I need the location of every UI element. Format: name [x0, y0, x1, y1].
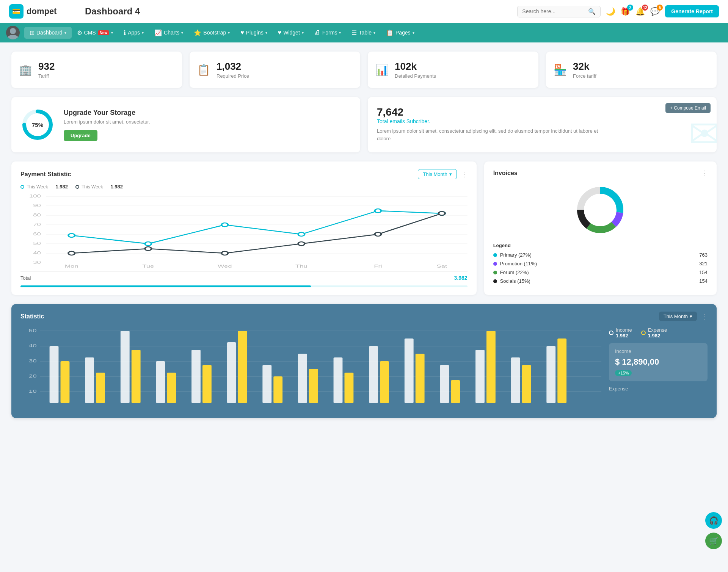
legend-dot-dark — [75, 185, 79, 189]
nav-label-widget: Widget — [283, 30, 300, 36]
apps-icon: ℹ — [124, 29, 126, 36]
sidebar-item-bootstrap[interactable]: ⭐ Bootstrap ▾ — [188, 27, 235, 39]
email-subtitle: Total emails Subcriber. — [377, 118, 708, 124]
expense-legend-item: Expense 1.982 — [641, 327, 667, 338]
invoices-more-icon[interactable]: ⋮ — [701, 169, 708, 177]
svg-point-34 — [298, 242, 304, 246]
chat-icon[interactable]: 💬 5 — [650, 7, 660, 16]
nav-label-forms: Forms — [322, 30, 337, 36]
svg-rect-73 — [416, 354, 425, 403]
income-box-label: Income — [615, 348, 701, 354]
svg-text:70: 70 — [33, 222, 41, 227]
storage-title: Upgrade Your Storage — [64, 109, 150, 117]
sidebar-item-dashboard[interactable]: ⊞ Dashboard ▾ — [24, 27, 72, 39]
sidebar-item-table[interactable]: ☰ Table ▾ — [346, 27, 380, 39]
force-tariff-value: 32k — [573, 61, 596, 72]
svg-rect-58 — [156, 361, 165, 403]
sidebar-item-cms[interactable]: ⚙ CMS New ▾ — [72, 27, 119, 39]
svg-rect-52 — [50, 346, 59, 403]
moon-icon[interactable]: 🌙 — [606, 7, 615, 16]
svg-rect-78 — [511, 357, 520, 403]
svg-rect-56 — [121, 331, 130, 403]
svg-text:80: 80 — [33, 213, 41, 217]
svg-point-25 — [68, 234, 75, 237]
main-content: 🏢 932 Tariff 📋 1,032 Required Price 📊 10… — [0, 42, 728, 427]
tariff-icon: 🏢 — [19, 64, 32, 76]
logo-text: dompet — [27, 6, 56, 16]
svg-point-27 — [221, 223, 228, 227]
svg-text:Mon: Mon — [65, 264, 78, 268]
header-right: 🔍 🌙 🎁 2 🔔 12 💬 5 Generate Report — [517, 5, 719, 17]
svg-text:100: 100 — [29, 194, 41, 198]
stat-card-required-price: 📋 1,032 Required Price — [190, 52, 360, 88]
svg-point-29 — [375, 209, 381, 213]
inv-dot-primary — [493, 253, 497, 257]
email-desc: Lorem ipsum dolor sit amet, consectetur … — [377, 127, 608, 142]
inv-legend-item-3: Socials (15%) 154 — [493, 277, 708, 285]
upgrade-button[interactable]: Upgrade — [64, 130, 97, 141]
svg-text:90: 90 — [33, 203, 41, 208]
svg-point-32 — [145, 247, 151, 251]
payment-progress-bar — [20, 285, 468, 287]
total-label: Total — [20, 275, 31, 281]
statistic-section: Statistic This Month ▾ ⋮ — [11, 304, 717, 418]
legend-label-1: This Week — [82, 184, 103, 190]
svg-rect-70 — [369, 346, 378, 403]
storage-donut: 75% — [20, 108, 55, 142]
statistic-this-month-button[interactable]: This Month ▾ — [659, 312, 697, 321]
sidebar-item-charts[interactable]: 📈 Charts ▾ — [149, 27, 188, 39]
total-value: 3.982 — [454, 275, 468, 281]
svg-point-28 — [298, 232, 304, 236]
invoices-title: Invoices — [493, 170, 518, 177]
sidebar-item-pages[interactable]: 📋 Pages ▾ — [381, 27, 420, 39]
stat-card-tariff: 🏢 932 Tariff — [11, 52, 182, 88]
svg-text:10: 10 — [29, 389, 37, 393]
payment-total-row: Total 3.982 — [20, 271, 468, 284]
payment-more-icon[interactable]: ⋮ — [461, 170, 468, 179]
payment-statistic-card: Payment Statistic This Month ▾ ⋮ This We… — [11, 161, 477, 295]
legend-val-1: 1.982 — [110, 184, 123, 190]
svg-text:60: 60 — [33, 232, 41, 236]
detailed-payments-label: Detailed Payments — [395, 73, 436, 79]
statistic-header-right: This Month ▾ ⋮ — [659, 312, 708, 321]
gift-icon[interactable]: 🎁 2 — [621, 7, 630, 16]
nav-label-apps: Apps — [128, 30, 140, 36]
charts-icon: 📈 — [154, 29, 162, 36]
svg-rect-72 — [405, 338, 414, 403]
inv-label-3: Socials (15%) — [500, 278, 530, 284]
nav-label-cms: CMS — [84, 30, 96, 36]
statistic-more-icon[interactable]: ⋮ — [701, 312, 708, 321]
nav-label-plugins: Plugins — [246, 30, 264, 36]
inv-legend-item-0: Primary (27%) 763 — [493, 251, 708, 259]
invoices-legend: Legend Primary (27%) 763 Promotion (11%)… — [493, 243, 708, 285]
required-price-value: 1,032 — [217, 61, 249, 72]
bootstrap-icon: ⭐ — [194, 29, 201, 36]
detailed-payments-icon: 📊 — [375, 64, 389, 76]
logo-icon: 💳 — [9, 4, 24, 19]
search-input[interactable] — [522, 8, 588, 14]
invoices-header: Invoices ⋮ — [493, 169, 708, 177]
generate-report-button[interactable]: Generate Report — [665, 5, 719, 17]
svg-text:30: 30 — [29, 359, 37, 363]
sidebar-item-plugins[interactable]: ♥ Plugins ▾ — [235, 27, 272, 38]
expense-label: Expense — [609, 386, 708, 392]
sidebar-item-widget[interactable]: ♥ Widget ▾ — [273, 27, 309, 38]
bell-icon[interactable]: 🔔 12 — [635, 7, 645, 16]
bar-chart-svg: 50 40 30 20 10 — [20, 327, 601, 411]
svg-point-1 — [8, 35, 18, 39]
svg-rect-61 — [202, 365, 212, 403]
cms-badge: New — [98, 30, 110, 35]
plugins-icon: ♥ — [240, 29, 244, 36]
sidebar-item-apps[interactable]: ℹ Apps ▾ — [118, 27, 149, 39]
svg-text:Fri: Fri — [374, 264, 382, 268]
sidebar-item-forms[interactable]: 🖨 Forms ▾ — [309, 27, 347, 38]
svg-text:Thu: Thu — [295, 264, 308, 268]
payment-header-right: This Month ▾ ⋮ — [418, 169, 467, 179]
search-box[interactable]: 🔍 — [517, 6, 601, 17]
invoices-donut-wrap — [493, 183, 708, 237]
this-month-button[interactable]: This Month ▾ — [418, 169, 457, 179]
svg-point-36 — [439, 212, 445, 215]
inv-val-0: 763 — [699, 252, 708, 258]
payment-progress-fill — [20, 285, 311, 287]
svg-rect-76 — [475, 350, 485, 403]
